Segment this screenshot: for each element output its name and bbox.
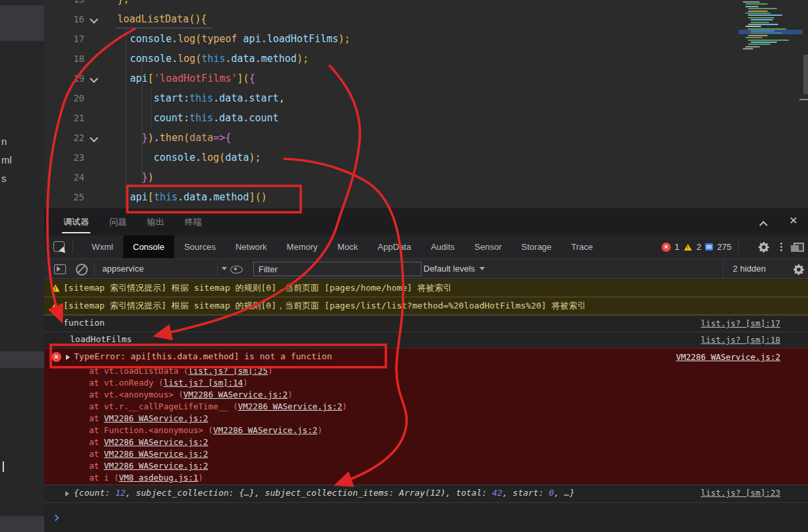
sidebar-highlight-row[interactable] xyxy=(0,351,44,368)
source-link[interactable]: VM8 asdebug.js:1 xyxy=(119,473,198,483)
devtools-tab-sensor[interactable]: Sensor xyxy=(464,235,511,258)
message-count: 275 xyxy=(717,242,731,252)
source-link[interactable]: VM2286 WAService.js:2 xyxy=(238,401,342,411)
undock-window-icon[interactable] xyxy=(793,243,804,252)
code-line-19[interactable]: 19api['loadHotFilms']({ xyxy=(0,69,808,88)
devtools-tabs[interactable]: WxmlConsoleSourcesNetworkMemoryMockAppDa… xyxy=(82,235,603,258)
inspect-element-icon[interactable] xyxy=(53,241,65,252)
warning-icon xyxy=(51,302,60,309)
error-count: 1 xyxy=(675,242,679,252)
panel-close-button[interactable]: × xyxy=(790,213,797,227)
console-log-row[interactable]: loadHotFilms list.js? [sm]:18 xyxy=(44,332,808,348)
console-warning-row[interactable]: [sitemap 索引情况提示] 根据 sitemap 的规则[0]，当前页面 … xyxy=(44,280,808,297)
source-link[interactable]: list.js? [sm]:17 xyxy=(701,318,780,328)
devtools-tab-network[interactable]: Network xyxy=(226,235,277,258)
line-number: 24 xyxy=(58,167,84,187)
fold-chevron-icon[interactable] xyxy=(91,128,97,148)
code-line-18[interactable]: 18console.log(this.data.method); xyxy=(0,49,808,69)
devtools-tab-appdata[interactable]: AppData xyxy=(368,235,421,258)
code-text: console.log(this.data.method); xyxy=(130,49,309,69)
source-link[interactable]: VM2286 WAService.js:2 xyxy=(104,413,208,423)
prompt-chevron-icon xyxy=(53,511,58,523)
devtools-tab-audits[interactable]: Audits xyxy=(421,235,464,258)
console-object-preview-row[interactable]: {count: 12, subject_collection: {…}, sub… xyxy=(44,485,808,502)
devtools-tab-storage[interactable]: Storage xyxy=(512,235,562,258)
clear-console-icon[interactable] xyxy=(76,264,88,276)
minimap-line xyxy=(748,17,774,18)
code-line-22[interactable]: 22}).then(data=>{ xyxy=(0,128,808,148)
hidden-messages-count[interactable]: 2 hidden xyxy=(723,259,766,278)
file-name-fragment[interactable]: ml xyxy=(1,154,12,165)
code-line-25[interactable]: 25api[this.data.method]() xyxy=(0,187,808,207)
code-text: console.log(typeof api.loadHotFilms); xyxy=(130,29,350,49)
minimap-line xyxy=(745,6,759,7)
console-settings-gear-icon[interactable] xyxy=(793,264,804,275)
console-filter-input[interactable] xyxy=(253,262,421,276)
code-text: api[this.data.method]() xyxy=(130,187,267,207)
panel-collapse-button[interactable] xyxy=(761,219,766,231)
code-line-23[interactable]: 23console.log(data); xyxy=(0,148,808,167)
source-link[interactable]: VM2286 WAService.js:2 xyxy=(213,425,317,435)
source-link[interactable]: VM2286 WAService.js:2 xyxy=(104,449,208,459)
code-line-24[interactable]: 24}) xyxy=(0,167,808,187)
panel-tab-bar[interactable]: 调试器问题输出终端 xyxy=(62,208,203,235)
console-status-badges[interactable]: × 1 2 275 xyxy=(662,235,731,258)
bottom-panel-header: 调试器问题输出终端 × xyxy=(44,208,808,235)
console-warning-row[interactable]: [sitemap 索引情况提示] 根据 sitemap 的规则[0]，当前页面 … xyxy=(44,297,808,315)
minimap-line xyxy=(751,22,769,23)
caret-down-icon xyxy=(222,267,227,270)
code-line-20[interactable]: 20start:this.data.start, xyxy=(0,88,808,108)
live-expression-eye-icon[interactable] xyxy=(230,266,243,274)
more-options-kebab-icon[interactable] xyxy=(780,243,782,245)
line-number: 19 xyxy=(58,69,84,88)
file-name-fragment[interactable]: s xyxy=(1,173,7,184)
separator xyxy=(738,241,739,254)
source-link[interactable]: VM2286 WAService.js:2 xyxy=(183,390,288,399)
code-line-15[interactable]: 15}; xyxy=(0,0,808,9)
console-log-row[interactable]: function list.js? [sm]:17 xyxy=(44,315,808,332)
object-preview-text: {count: 12, subject_collection: {…}, sub… xyxy=(74,488,575,498)
source-link[interactable]: VM2286 WAService.js:2 xyxy=(676,352,780,362)
fold-chevron-icon[interactable] xyxy=(91,69,97,88)
fold-chevron-icon[interactable] xyxy=(91,9,97,29)
devtools-tab-sources[interactable]: Sources xyxy=(174,235,226,258)
line-number: 20 xyxy=(58,88,84,108)
devtools-tab-memory[interactable]: Memory xyxy=(277,235,328,258)
editor-scrollbar[interactable] xyxy=(803,55,808,94)
code-line-21[interactable]: 21count:this.data.count xyxy=(0,108,808,128)
panel-tab-问题[interactable]: 问题 xyxy=(108,214,128,231)
execution-context-select[interactable]: appservice xyxy=(102,259,227,278)
minimap[interactable] xyxy=(739,1,803,53)
source-link[interactable]: list.js? [sm]:25 xyxy=(189,366,268,376)
code-line-17[interactable]: 17console.log(typeof api.loadHotFilms); xyxy=(0,29,808,49)
log-text: loadHotFilms xyxy=(70,334,132,344)
show-navigator-icon[interactable] xyxy=(54,264,66,274)
settings-gear-icon[interactable] xyxy=(758,241,769,252)
source-link[interactable]: VM2286 WAService.js:2 xyxy=(104,461,208,471)
minimap-line xyxy=(748,11,768,12)
code-text: }; xyxy=(117,0,129,9)
panel-tab-终端[interactable]: 终端 xyxy=(183,214,203,231)
code-line-16[interactable]: 16loadListData(){ xyxy=(0,9,808,29)
source-link[interactable]: VM2286 WAService.js:2 xyxy=(104,437,208,447)
file-name-fragment[interactable]: n xyxy=(1,136,7,147)
expand-triangle-icon[interactable] xyxy=(65,491,69,496)
console-prompt-row[interactable] xyxy=(44,502,808,532)
devtools-tab-wxml[interactable]: Wxml xyxy=(82,235,123,258)
error-count-icon: × xyxy=(662,243,671,252)
code-lines[interactable]: 15};16loadListData(){17console.log(typeo… xyxy=(0,0,808,208)
panel-tab-调试器[interactable]: 调试器 xyxy=(62,214,90,231)
devtools-tab-trace[interactable]: Trace xyxy=(561,235,603,258)
source-link[interactable]: list.js? [sm]:14 xyxy=(164,378,243,388)
sidebar-highlight-row[interactable] xyxy=(0,516,44,532)
source-link[interactable]: list.js? [sm]:23 xyxy=(701,488,780,498)
log-levels-select[interactable]: Default levels xyxy=(423,259,485,278)
console-error-block[interactable]: × TypeError: api[this.data.method] is no… xyxy=(44,348,808,485)
devtools-tab-mock[interactable]: Mock xyxy=(328,235,368,258)
expand-triangle-icon[interactable] xyxy=(66,355,70,360)
panel-tab-输出[interactable]: 输出 xyxy=(146,214,166,231)
sidebar-selected-item[interactable] xyxy=(0,5,44,41)
context-label: appservice xyxy=(102,264,144,274)
source-link[interactable]: list.js? [sm]:18 xyxy=(701,335,780,345)
devtools-tab-console[interactable]: Console xyxy=(123,235,175,258)
